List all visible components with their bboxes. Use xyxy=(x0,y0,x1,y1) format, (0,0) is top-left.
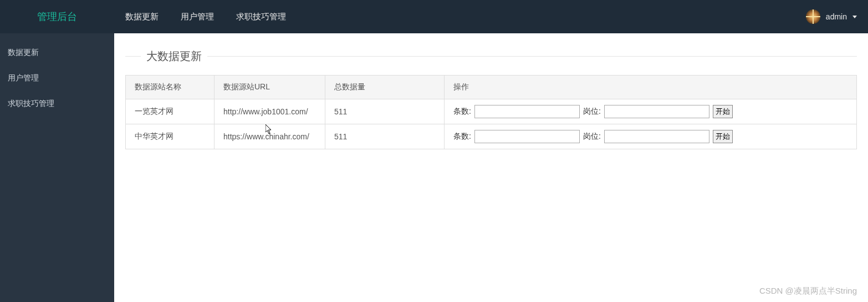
table-header-row: 数据源站名称 数据源站URL 总数据量 操作 xyxy=(126,76,857,99)
cell-name: 一览英才网 xyxy=(126,99,215,124)
content-area: 大数据更新 数据源站名称 数据源站URL 总数据量 操作 一览英才网 http:… xyxy=(114,33,868,302)
label-position: 岗位: xyxy=(583,132,601,142)
col-header-url: 数据源站URL xyxy=(215,76,325,99)
cell-url: https://www.chinahr.com/ xyxy=(215,124,325,149)
table-row: 中华英才网 https://www.chinahr.com/ 511 条数: 岗… xyxy=(126,124,857,149)
sidebar-item-user-manage[interactable]: 用户管理 xyxy=(0,66,114,91)
top-nav: 数据更新 用户管理 求职技巧管理 xyxy=(114,0,297,33)
label-position: 岗位: xyxy=(583,107,601,117)
nav-jobskill-manage[interactable]: 求职技巧管理 xyxy=(225,0,297,33)
cell-action: 条数: 岗位: 开始 xyxy=(445,124,857,149)
input-position[interactable] xyxy=(604,130,709,143)
col-header-name: 数据源站名称 xyxy=(126,76,215,99)
input-count[interactable] xyxy=(474,105,580,118)
divider-line xyxy=(125,56,141,57)
divider-line xyxy=(207,56,857,57)
label-count: 条数: xyxy=(453,132,471,142)
panel-heading-row: 大数据更新 xyxy=(125,49,857,64)
topbar: 管理后台 数据更新 用户管理 求职技巧管理 admin xyxy=(0,0,868,33)
avatar xyxy=(806,9,820,24)
data-table: 数据源站名称 数据源站URL 总数据量 操作 一览英才网 http://www.… xyxy=(125,75,857,149)
cell-url: http://www.job1001.com/ xyxy=(215,99,325,124)
input-position[interactable] xyxy=(604,105,709,118)
nav-data-update[interactable]: 数据更新 xyxy=(114,0,170,33)
sidebar-item-jobskill-manage[interactable]: 求职技巧管理 xyxy=(0,91,114,117)
sidebar: 数据更新 用户管理 求职技巧管理 xyxy=(0,33,114,302)
input-count[interactable] xyxy=(474,130,580,143)
cell-action: 条数: 岗位: 开始 xyxy=(445,99,857,124)
username: admin xyxy=(826,12,847,21)
user-menu[interactable]: admin xyxy=(806,9,857,24)
brand-title[interactable]: 管理后台 xyxy=(0,0,114,33)
cell-total: 511 xyxy=(325,99,445,124)
start-button[interactable]: 开始 xyxy=(713,130,733,143)
col-header-action: 操作 xyxy=(445,76,857,99)
col-header-total: 总数据量 xyxy=(325,76,445,99)
table-row: 一览英才网 http://www.job1001.com/ 511 条数: 岗位… xyxy=(126,99,857,124)
label-count: 条数: xyxy=(453,107,471,117)
panel-title: 大数据更新 xyxy=(141,49,207,64)
cell-name: 中华英才网 xyxy=(126,124,215,149)
sidebar-item-data-update[interactable]: 数据更新 xyxy=(0,40,114,66)
start-button[interactable]: 开始 xyxy=(713,105,733,118)
cell-total: 511 xyxy=(325,124,445,149)
nav-user-manage[interactable]: 用户管理 xyxy=(170,0,225,33)
caret-down-icon xyxy=(852,16,857,18)
